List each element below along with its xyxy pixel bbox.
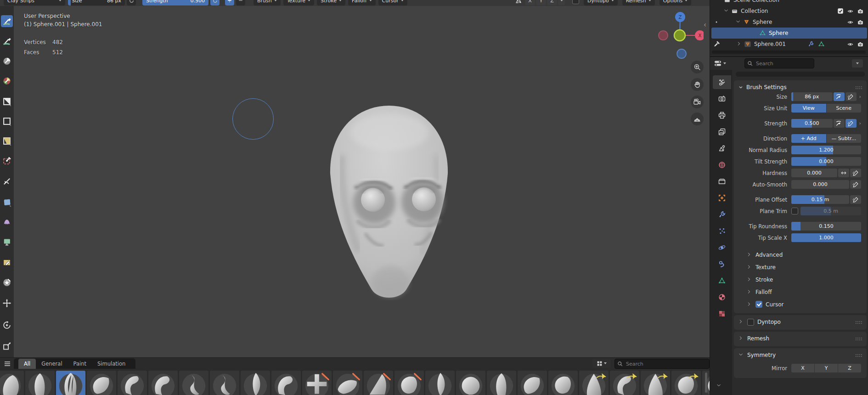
chevron-down-icon[interactable]	[736, 19, 741, 25]
draw-brush[interactable]	[1, 15, 13, 27]
tip-roundness-slider[interactable]: 0.150	[791, 222, 861, 231]
gizmo-minus-x-axis[interactable]	[659, 31, 668, 40]
mask-by-color-tool[interactable]	[1, 276, 13, 288]
symmetry-axis-y[interactable]: Y	[815, 364, 838, 372]
mirror-axis-z[interactable]: Z	[547, 0, 557, 5]
properties-tabs-overflow-chevron[interactable]	[716, 382, 722, 390]
popover-options[interactable]: Options	[659, 0, 691, 6]
brush-thumbnail[interactable]	[210, 371, 239, 395]
properties-tab-tool[interactable]	[713, 75, 731, 89]
eye-toggle-icon[interactable]	[847, 19, 854, 25]
chevron-down-icon[interactable]	[724, 8, 729, 14]
navigation-gizmo[interactable]: Z X	[653, 8, 704, 59]
gizmo-y-axis[interactable]	[674, 30, 685, 41]
properties-tab-view-layer[interactable]	[713, 125, 731, 139]
brush-thumbnail[interactable]	[241, 371, 270, 395]
properties-tab-collection[interactable]	[713, 175, 731, 188]
outliner-item-label[interactable]: Sphere.001	[754, 41, 786, 47]
editor-type-dropdown[interactable]	[714, 60, 726, 67]
toggle-projection-button[interactable]	[691, 113, 704, 125]
properties-tab-render[interactable]	[713, 92, 731, 106]
eye-toggle-icon[interactable]	[847, 8, 854, 14]
cloth-filter-tool[interactable]	[1, 216, 13, 228]
rotate-tool[interactable]	[1, 319, 13, 331]
outliner-item-label[interactable]: Collection	[741, 8, 768, 14]
outliner-item-label[interactable]: Scene Collection	[733, 0, 779, 3]
subtract-direction-button[interactable]	[236, 0, 245, 6]
properties-tab-world[interactable]	[713, 158, 731, 172]
segment-option[interactable]: Scene	[827, 104, 862, 113]
plane-trim-slider[interactable]: 0.5 m	[800, 207, 861, 215]
outliner-row-sphere[interactable]: Sphere	[710, 17, 868, 28]
segment-option[interactable]: — Subtr...	[827, 134, 862, 143]
brush-thumbnail[interactable]	[118, 371, 147, 395]
shelf-search-input[interactable]	[614, 359, 710, 369]
plane-trim-checkbox[interactable]	[791, 208, 798, 214]
arrows-lr-button[interactable]	[838, 169, 849, 177]
shelf-scrollbar[interactable]	[705, 372, 707, 393]
panel-header-remesh[interactable]: Remesh	[734, 333, 867, 344]
stylus-toggle-button[interactable]	[845, 119, 857, 128]
properties-tab-object[interactable]	[713, 191, 731, 205]
stylus-button[interactable]	[850, 169, 861, 177]
properties-tab-scene[interactable]	[713, 141, 731, 155]
subpanel-advanced[interactable]: Advanced	[734, 248, 867, 261]
stylus-button[interactable]	[850, 195, 861, 204]
properties-tab-physics[interactable]	[713, 241, 731, 254]
brush-thumbnail[interactable]	[0, 371, 24, 395]
mirror-axis-x[interactable]: X	[525, 0, 535, 5]
properties-tab-modifiers[interactable]	[713, 208, 731, 221]
brush-thumbnail[interactable]	[641, 371, 670, 395]
segment-option[interactable]: View	[791, 104, 826, 113]
strength-copy-button[interactable]	[210, 0, 220, 6]
brush-thumbnail[interactable]	[395, 371, 424, 395]
shelf-tab-all[interactable]: All	[18, 359, 36, 369]
brush-thumbnail[interactable]	[302, 371, 332, 395]
chevron-right-icon[interactable]: ›	[859, 94, 861, 100]
pan-hand-button[interactable]	[691, 78, 704, 91]
add-direction-button[interactable]	[225, 0, 234, 6]
box-mask-tool[interactable]	[1, 96, 13, 107]
strength-slider[interactable]: 0.500	[791, 119, 833, 128]
eye-toggle-icon[interactable]	[847, 41, 854, 47]
brush-thumbnail[interactable]	[548, 371, 578, 395]
outliner-row-sphere[interactable]: Sphere	[711, 28, 867, 39]
camera-toggle-icon[interactable]	[857, 19, 864, 25]
brush-thumbnail[interactable]	[25, 371, 55, 395]
panel-drag-dots[interactable]	[855, 354, 862, 357]
properties-tab-data[interactable]	[713, 274, 731, 288]
camera-view-button[interactable]	[691, 96, 704, 108]
brush-asset-widget-clipped[interactable]	[736, 72, 865, 77]
active-brush-dropdown[interactable]: Clay Strips	[4, 0, 65, 6]
size-slider[interactable]: 86 px	[791, 92, 833, 101]
subpanel-cursor[interactable]: Cursor	[734, 298, 867, 310]
properties-search-input[interactable]	[744, 58, 814, 68]
subpanel-texture[interactable]: Texture	[734, 261, 867, 273]
subpanel-stroke[interactable]: Stroke	[734, 273, 867, 286]
color-filter-tool[interactable]	[1, 236, 13, 248]
panel-drag-dots[interactable]	[855, 86, 862, 89]
shelf-menu-icon[interactable]	[3, 360, 11, 367]
eyedropper-icon[interactable]	[710, 41, 723, 47]
popover-dyntopo[interactable]: Dyntopo	[584, 0, 618, 6]
brush-thumbnail[interactable]	[579, 371, 609, 395]
panel-header-symmetry[interactable]: Symmetry	[734, 350, 867, 360]
outliner-item-label[interactable]: Sphere	[769, 30, 788, 36]
brush-thumbnail[interactable]	[271, 371, 301, 395]
mesh-filter-tool[interactable]	[1, 196, 13, 208]
brush-thumbnail[interactable]	[487, 371, 516, 395]
transform-tool[interactable]	[1, 340, 13, 352]
dyntopo-checkbox[interactable]	[572, 0, 579, 4]
camera-toggle-icon[interactable]	[857, 41, 864, 47]
stylus-button[interactable]	[850, 180, 861, 189]
properties-tab-output[interactable]	[713, 108, 731, 122]
properties-tab-particles[interactable]	[713, 224, 731, 238]
line-project-tool[interactable]	[1, 175, 13, 187]
zoom-button[interactable]	[691, 61, 704, 73]
normal-radius-slider[interactable]: 1.200	[791, 146, 861, 154]
box-face-set-tool[interactable]	[1, 135, 13, 147]
sidebar-collapse-chevron[interactable]: ‹	[704, 23, 706, 27]
shelf-tab-general[interactable]: General	[36, 359, 68, 369]
popover-cursor[interactable]: Cursor	[378, 0, 407, 6]
brush-thumbnail[interactable]	[518, 371, 547, 395]
